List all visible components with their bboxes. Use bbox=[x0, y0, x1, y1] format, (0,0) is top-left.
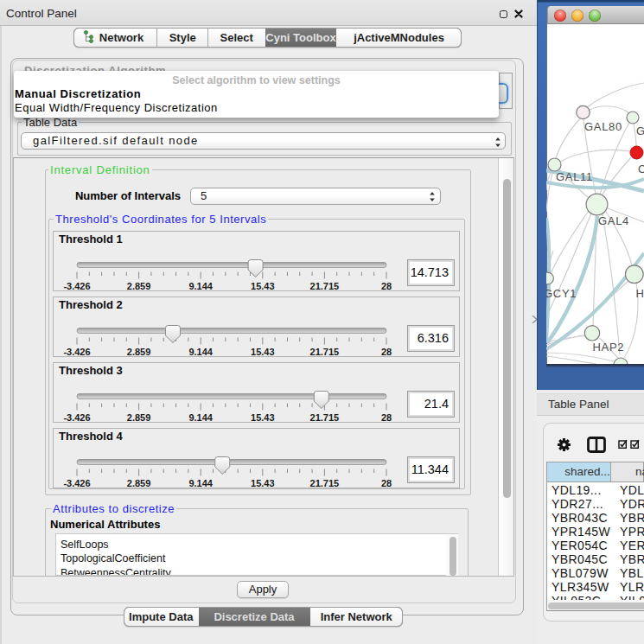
svg-text:C: C bbox=[638, 163, 644, 175]
svg-text:HAP2: HAP2 bbox=[593, 341, 625, 354]
svg-text:GCY1: GCY1 bbox=[546, 287, 577, 300]
svg-text:GAL11: GAL11 bbox=[556, 170, 593, 183]
svg-text:GA: GA bbox=[636, 124, 644, 137]
svg-text:H: H bbox=[636, 287, 644, 300]
svg-text:GAL4: GAL4 bbox=[598, 214, 629, 227]
svg-text:GAL80: GAL80 bbox=[584, 120, 622, 133]
